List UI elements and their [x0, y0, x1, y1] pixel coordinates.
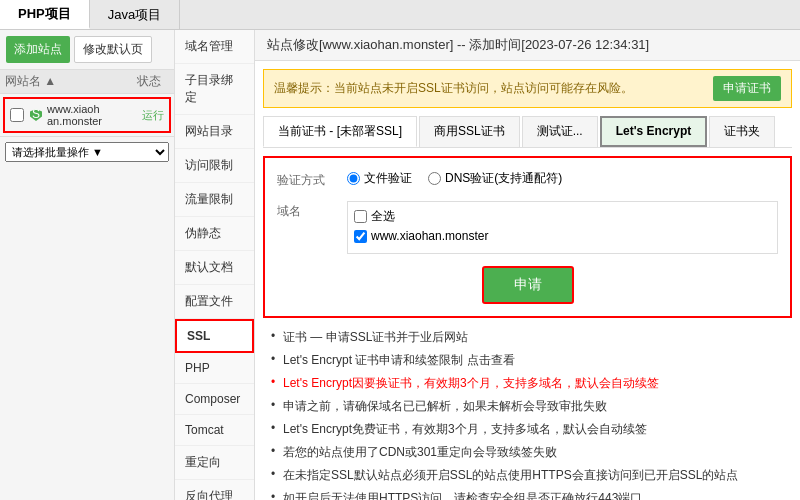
nav-ssl[interactable]: SSL: [175, 319, 254, 353]
nav-tomcat[interactable]: Tomcat: [175, 415, 254, 446]
site-name: www.xiaoh an.monster: [47, 103, 142, 127]
svg-text:S: S: [32, 108, 40, 121]
info-text-1: Let's Encrypt 证书申请和续签限制 点击查看: [283, 353, 515, 367]
select-all-row: 全选: [354, 208, 771, 225]
nav-default-doc[interactable]: 默认文档: [175, 251, 254, 285]
nav-rewrite[interactable]: 伪静态: [175, 217, 254, 251]
submit-row: 申请: [277, 266, 778, 304]
site-table-header: 网站名 ▲ 状态: [0, 70, 174, 94]
main-layout: 添加站点 修改默认页 网站名 ▲ 状态 S www.xiaoh an.monst…: [0, 30, 800, 500]
nav-access[interactable]: 访问限制: [175, 149, 254, 183]
domain-value: www.xiaohan.monster: [371, 229, 488, 243]
cert-tab-encrypt[interactable]: Let's Encrypt: [600, 116, 708, 147]
warning-bar: 温馨提示：当前站点未开启SSL证书访问，站点访问可能存在风险。 申请证书: [263, 69, 792, 108]
site-table: 网站名 ▲ 状态 S www.xiaoh an.monster 运行: [0, 70, 174, 136]
shield-icon: S: [28, 107, 44, 123]
tab-java[interactable]: Java项目: [90, 0, 180, 29]
modify-default-button[interactable]: 修改默认页: [74, 36, 152, 63]
info-item-3: 申请之前，请确保域名已已解析，如果未解析会导致审批失败: [271, 395, 784, 418]
apply-cert-button[interactable]: 申请证书: [713, 76, 781, 101]
cert-tab-test[interactable]: 测试证...: [522, 116, 598, 147]
warning-text: 温馨提示：当前站点未开启SSL证书访问，站点访问可能存在风险。: [274, 80, 705, 97]
site-select-bar: 请选择批量操作 ▼: [0, 136, 174, 167]
nav-redirect[interactable]: 重定向: [175, 446, 254, 480]
middle-nav: 域名管理 子目录绑定 网站目录 访问限制 流量限制 伪静态 默认文档 配置文件 …: [175, 30, 255, 500]
select-all-checkbox[interactable]: [354, 210, 367, 223]
nav-reverse-proxy[interactable]: 反向代理: [175, 480, 254, 500]
domain-checkbox[interactable]: [354, 230, 367, 243]
info-item-6: 在未指定SSL默认站点必须开启SSL的站点使用HTTPS会直接访问到已开启SSL…: [271, 464, 784, 487]
info-item-4: Let's Encrypt免费证书，有效期3个月，支持多域名，默认会自动续签: [271, 418, 784, 441]
cert-tab-folder[interactable]: 证书夹: [709, 116, 775, 147]
info-item-5: 若您的站点使用了CDN或301重定向会导致续签失败: [271, 441, 784, 464]
file-verify-option[interactable]: 文件验证: [347, 170, 412, 187]
tab-php[interactable]: PHP项目: [0, 0, 90, 29]
col-name-header: 网站名 ▲: [5, 73, 129, 90]
dns-verify-radio[interactable]: [428, 172, 441, 185]
site-row[interactable]: S www.xiaoh an.monster 运行: [3, 97, 171, 133]
info-list: 证书 — 申请SSL证书并于业后网站 Let's Encrypt 证书申请和续签…: [263, 326, 792, 500]
domain-row: 域名 全选 www.xiaohan.monster: [277, 201, 778, 254]
nav-php[interactable]: PHP: [175, 353, 254, 384]
file-verify-radio[interactable]: [347, 172, 360, 185]
verify-method-label: 验证方式: [277, 170, 347, 189]
info-item-2: Let's Encrypt因要换证书，有效期3个月，支持多域名，默认会自动续签: [271, 372, 784, 395]
right-content: 站点修改[www.xiaohan.monster] -- 添加时间[2023-0…: [255, 30, 800, 500]
dns-verify-label: DNS验证(支持通配符): [445, 170, 562, 187]
ssl-form: 验证方式 文件验证 DNS验证(支持通配符) 域名: [263, 156, 792, 318]
top-tab-bar: PHP项目 Java项目: [0, 0, 800, 30]
select-all-label: 全选: [371, 208, 395, 225]
submit-button[interactable]: 申请: [482, 266, 574, 304]
info-item-0: 证书 — 申请SSL证书并于业后网站: [271, 326, 784, 349]
nav-domain[interactable]: 域名管理: [175, 30, 254, 64]
dns-verify-option[interactable]: DNS验证(支持通配符): [428, 170, 562, 187]
nav-webdir[interactable]: 网站目录: [175, 115, 254, 149]
verify-method-field: 文件验证 DNS验证(支持通配符): [347, 170, 778, 187]
cert-tab-current[interactable]: 当前证书 - [未部署SSL]: [263, 116, 417, 147]
sidebar-actions: 添加站点 修改默认页: [0, 30, 174, 70]
col-status-header: 状态: [129, 73, 169, 90]
nav-subdir[interactable]: 子目录绑定: [175, 64, 254, 115]
cert-tab-commercial[interactable]: 商用SSL证书: [419, 116, 520, 147]
domain-label: 域名: [277, 201, 347, 220]
verify-method-row: 验证方式 文件验证 DNS验证(支持通配符): [277, 170, 778, 189]
page-title: 站点修改[www.xiaohan.monster] -- 添加时间[2023-0…: [255, 30, 800, 61]
info-item-1: Let's Encrypt 证书申请和续签限制 点击查看: [271, 349, 784, 372]
batch-operation-select[interactable]: 请选择批量操作 ▼: [5, 142, 169, 162]
nav-composer[interactable]: Composer: [175, 384, 254, 415]
nav-traffic[interactable]: 流量限制: [175, 183, 254, 217]
domain-field: 全选 www.xiaohan.monster: [347, 201, 778, 254]
add-site-button[interactable]: 添加站点: [6, 36, 70, 63]
cert-tabs: 当前证书 - [未部署SSL] 商用SSL证书 测试证... Let's Enc…: [263, 116, 792, 148]
site-status: 运行: [142, 108, 164, 123]
nav-config[interactable]: 配置文件: [175, 285, 254, 319]
domain-checkbox-row: www.xiaohan.monster: [354, 229, 771, 243]
left-sidebar: 添加站点 修改默认页 网站名 ▲ 状态 S www.xiaoh an.monst…: [0, 30, 175, 500]
file-verify-label: 文件验证: [364, 170, 412, 187]
site-checkbox[interactable]: [10, 108, 24, 122]
info-item-7: 如开启后无法使用HTTPS访问，请检查安全组是否正确放行443端口: [271, 487, 784, 500]
